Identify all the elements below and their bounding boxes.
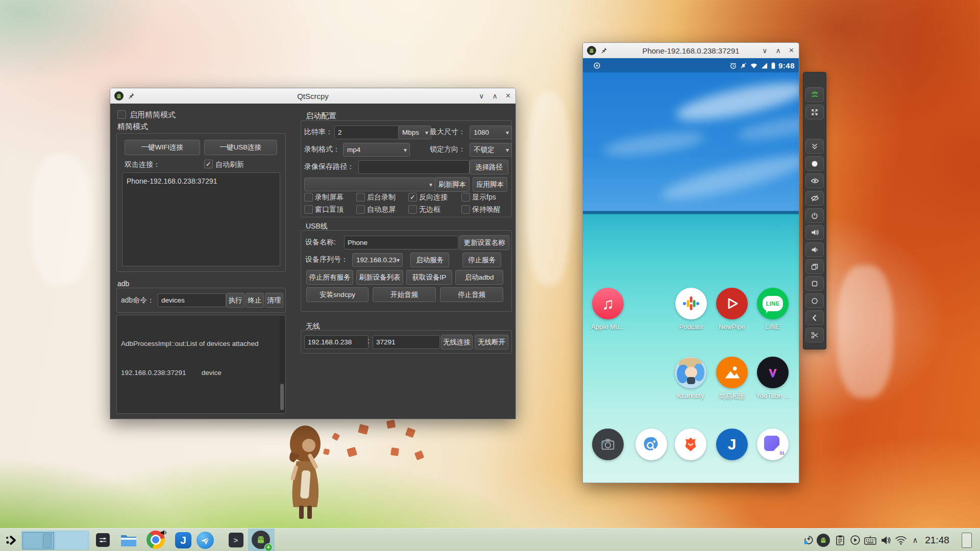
tray-clipboard-icon[interactable] — [834, 529, 847, 551]
desktop-1-cell[interactable] — [22, 532, 54, 549]
record-screen-checkbox[interactable] — [304, 193, 313, 202]
dock-j-app[interactable]: J — [710, 429, 753, 460]
app-youtube-vanced[interactable]: YouTube ... — [751, 357, 794, 399]
close-icon[interactable]: × — [506, 92, 510, 100]
adb-stop-button[interactable]: 终止 — [246, 293, 264, 308]
desktop-2-cell[interactable] — [56, 532, 87, 548]
bitrate-input[interactable]: 2 — [334, 126, 401, 139]
app-newpipe[interactable]: NewPipe — [710, 288, 753, 331]
dock-calendar[interactable]: 31 — [751, 429, 794, 460]
usb-connect-button[interactable]: 一键USB连接 — [204, 140, 277, 155]
app-apple-music[interactable]: ♫ Apple Mu... — [586, 288, 629, 331]
reverse-connect-checkbox[interactable] — [408, 193, 417, 202]
power-button[interactable] — [805, 208, 824, 223]
auto-screen-off-checkbox[interactable] — [356, 205, 365, 214]
app-podcast[interactable]: Podcast — [670, 288, 713, 331]
taskbar-clock[interactable]: 21:48 — [922, 529, 952, 551]
taskbar-blue-circle-app[interactable] — [195, 529, 215, 551]
phone-screen[interactable]: 9:48 ♫ Apple Mu... Podcast NewPipe LINE — [583, 58, 799, 483]
app-kcanotify[interactable]: Kcanotify — [669, 357, 712, 399]
screenshot-button[interactable] — [805, 328, 824, 342]
wifi-connect-button[interactable]: 一键WIFI连接 — [125, 140, 200, 155]
taskbar-qtscrcpy-active[interactable]: + — [248, 529, 275, 551]
back-button[interactable] — [805, 310, 824, 325]
dock-brave[interactable] — [669, 429, 712, 460]
wireless-disconnect-button[interactable]: 无线断开 — [475, 335, 508, 349]
show-fps-checkbox[interactable] — [461, 193, 470, 202]
update-name-button[interactable]: 更新设置名称 — [459, 235, 509, 250]
auto-refresh-checkbox[interactable] — [204, 160, 213, 168]
pin-icon[interactable] — [128, 92, 135, 99]
volume-up-button[interactable] — [805, 225, 824, 240]
device-list-item[interactable]: Phone-192.168.0.238:37291 — [127, 177, 284, 185]
volume-down-button[interactable] — [805, 242, 824, 257]
device-list[interactable]: Phone-192.168.0.238:37291 — [122, 172, 280, 266]
bitrate-unit-combo[interactable]: Mbps — [398, 126, 431, 139]
serial-combo[interactable]: 192.168.0.23 — [352, 253, 403, 267]
app-switch-button[interactable] — [805, 259, 824, 274]
always-on-top-checkbox[interactable] — [304, 205, 313, 214]
wireless-connect-button[interactable]: 无线连接 — [441, 335, 473, 349]
format-combo[interactable]: mp4 — [343, 143, 410, 157]
get-device-ip-button[interactable]: 获取设备IP — [406, 270, 452, 285]
taskbar-terminal[interactable]: > — [227, 529, 245, 551]
taskbar-j-app[interactable]: J — [174, 529, 193, 551]
tray-expand-chevron[interactable]: ∧ — [909, 529, 921, 551]
screen-on-button[interactable] — [805, 173, 824, 188]
max-size-combo[interactable]: 1080 — [470, 126, 512, 139]
close-icon[interactable]: × — [789, 46, 794, 55]
menu-button[interactable] — [805, 276, 824, 291]
pin-icon[interactable] — [600, 47, 607, 54]
start-adbd-button[interactable]: 启动adbd — [455, 270, 503, 285]
keep-awake-checkbox[interactable] — [461, 205, 470, 214]
screen-off-button[interactable] — [805, 191, 824, 206]
device-name-input[interactable]: Phone — [344, 236, 458, 249]
dock-search-app[interactable] — [630, 429, 673, 460]
adb-cmd-input[interactable]: devices — [158, 293, 226, 307]
wireless-ip-input[interactable]: 192.168.0.238 — [304, 335, 369, 349]
group-control-button[interactable] — [805, 87, 824, 102]
minimize-icon[interactable]: ∨ — [479, 92, 484, 99]
expand-notification-button[interactable] — [805, 139, 824, 154]
log-scrollbar[interactable] — [280, 316, 284, 412]
stop-service-button[interactable]: 停止服务 — [462, 253, 501, 267]
tray-volume-icon[interactable] — [878, 529, 893, 551]
stop-audio-button[interactable]: 停止音频 — [440, 287, 503, 302]
apply-script-button[interactable]: 应用脚本 — [473, 177, 507, 192]
maximize-icon[interactable]: ∧ — [775, 47, 780, 54]
tray-android-icon[interactable] — [816, 529, 831, 551]
wireless-port-input[interactable]: 37291 — [373, 335, 440, 349]
refresh-device-list-button[interactable]: 刷新设备列表 — [356, 270, 403, 285]
start-service-button[interactable]: 启动服务 — [410, 253, 449, 267]
tray-media-player-icon[interactable] — [848, 529, 862, 551]
taskbar-chrome[interactable] — [145, 529, 167, 551]
taskbar-file-manager[interactable] — [119, 529, 138, 551]
app-launcher-button[interactable] — [2, 529, 20, 551]
adb-clear-button[interactable]: 清理 — [265, 293, 283, 308]
dock-camera[interactable] — [586, 429, 629, 460]
refresh-script-button[interactable]: 刷新脚本 — [435, 177, 470, 192]
stop-all-services-button[interactable]: 停止所有服务 — [306, 270, 353, 285]
tray-update-icon[interactable] — [802, 529, 815, 551]
phone-titlebar[interactable]: Phone-192.168.0.238:37291 ∨ ∧ × — [583, 43, 799, 59]
start-audio-button[interactable]: 开始音频 — [373, 287, 436, 302]
home-button[interactable] — [805, 293, 824, 308]
log-scrollbar-thumb[interactable] — [280, 384, 284, 410]
record-path-input[interactable] — [358, 160, 470, 174]
minimize-icon[interactable]: ∨ — [762, 47, 767, 54]
tray-wifi-icon[interactable] — [894, 529, 908, 551]
frameless-checkbox[interactable] — [408, 205, 417, 214]
adb-exec-button[interactable]: 执行 — [226, 293, 244, 308]
choose-path-button[interactable]: 选择路径 — [470, 160, 508, 174]
adb-log-box[interactable]: AdbProcessImpl::out:List of devices atta… — [116, 315, 286, 414]
install-sndcpy-button[interactable]: 安装sndcpy — [306, 287, 369, 302]
show-desktop-button[interactable] — [961, 529, 973, 551]
fullscreen-button[interactable] — [805, 105, 824, 119]
maximize-icon[interactable]: ∧ — [492, 92, 497, 99]
app-line[interactable]: LINE LINE — [751, 288, 794, 331]
taskbar-settings-app[interactable] — [95, 529, 110, 551]
app-simple-gallery[interactable]: 简易相册 — [710, 357, 753, 401]
qtscrcpy-titlebar[interactable]: QtScrcpy ∨ ∧ × — [110, 88, 516, 104]
background-record-checkbox[interactable] — [356, 193, 365, 202]
enable-simple-mode-checkbox[interactable] — [117, 110, 126, 119]
